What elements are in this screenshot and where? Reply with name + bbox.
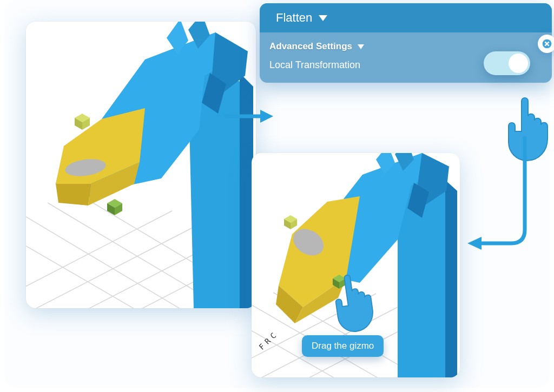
- local-transformation-toggle[interactable]: [484, 51, 530, 75]
- close-icon: [542, 38, 552, 49]
- svg-marker-33: [445, 180, 457, 377]
- section-advanced-settings[interactable]: Advanced Settings: [269, 41, 538, 52]
- viewport-before[interactable]: [26, 22, 256, 308]
- chevron-down-icon: [358, 44, 364, 49]
- svg-marker-52: [467, 237, 482, 250]
- tooltip-drag-gizmo: Drag the gizmo: [302, 335, 384, 357]
- svg-line-6: [48, 203, 215, 303]
- setting-label: Local Transformation: [269, 59, 360, 71]
- svg-marker-51: [260, 110, 273, 123]
- svg-marker-14: [56, 184, 91, 205]
- toggle-knob: [509, 54, 528, 73]
- panel-title: Flatten: [276, 11, 312, 25]
- section-label: Advanced Settings: [269, 41, 352, 52]
- arrow-curve-icon: [460, 132, 541, 268]
- arrow-right-icon: [223, 105, 275, 127]
- giraffe-model-before-icon: [26, 22, 256, 308]
- svg-line-5: [26, 214, 188, 308]
- close-button[interactable]: [538, 35, 554, 53]
- panel-header[interactable]: Flatten: [260, 3, 552, 32]
- svg-line-4: [26, 227, 161, 308]
- tooltip-text: Drag the gizmo: [312, 341, 374, 351]
- chevron-down-icon: [319, 15, 327, 21]
- settings-panel: Flatten Advanced Settings Local Transfor…: [260, 3, 552, 83]
- svg-line-0: [26, 211, 172, 297]
